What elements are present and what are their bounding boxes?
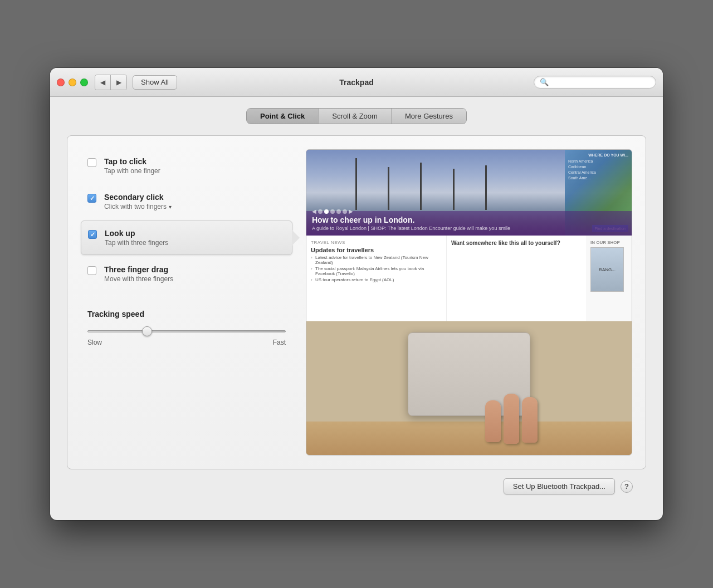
want-title: Want somewhere like this all to yourself…	[451, 240, 582, 246]
preview-area: WHERE DO YOU WI... North America Caribbe…	[306, 149, 632, 455]
tracking-title: Tracking speed	[87, 310, 286, 318]
tap-to-click-desc: Tap with one finger	[104, 167, 160, 175]
news-item-3: US tour operators return to Egypt (AOL)	[311, 277, 442, 282]
map-legend-2: Caribbean	[568, 165, 628, 169]
browser-preview: WHERE DO YOU WI... North America Caribbe…	[306, 150, 632, 455]
tab-more-gestures[interactable]: More Gestures	[392, 109, 466, 124]
slider-background	[87, 330, 286, 332]
browser-headline: How to cheer up in London.	[312, 215, 626, 224]
crane-3	[420, 163, 422, 210]
page-dot-3	[330, 209, 335, 214]
fingers	[485, 400, 538, 444]
tap-to-click-checkbox[interactable]	[87, 158, 96, 167]
map-title: WHERE DO YOU WI...	[588, 153, 628, 157]
tracking-slider-thumb[interactable]	[142, 326, 152, 336]
slider-labels: Slow Fast	[87, 339, 286, 346]
window-title: Trackpad	[339, 78, 373, 87]
minimize-button[interactable]	[69, 79, 76, 86]
help-button[interactable]: ?	[621, 481, 633, 493]
slider-slow-label: Slow	[87, 339, 102, 346]
secondary-click-checkbox[interactable]	[87, 194, 96, 203]
slider-container: Slow Fast	[87, 326, 286, 346]
three-finger-drag-option: Three finger drag Move with three finger…	[81, 257, 292, 291]
nav-buttons: ◀ ▶	[95, 75, 127, 90]
browser-subline: A guide to Royal London | SHOP: The late…	[312, 226, 626, 231]
tab-bar: Point & Click Scroll & Zoom More Gesture…	[67, 108, 646, 124]
look-up-checkbox[interactable]	[88, 230, 97, 239]
browser-overlay: How to cheer up in London. A guide to Ro…	[306, 211, 632, 236]
maximize-button[interactable]	[80, 79, 88, 86]
bottom-bar: Set Up Bluetooth Trackpad... ?	[67, 469, 646, 503]
browser-top-image: WHERE DO YOU WI... North America Caribbe…	[306, 150, 632, 236]
map-legend-3: Central America	[568, 170, 628, 174]
secondary-click-dropdown[interactable]: ▾	[169, 204, 172, 210]
browser-want: Want somewhere like this all to yourself…	[447, 236, 587, 321]
shop-label: IN OUR SHOP	[590, 240, 628, 245]
look-up-title: Look up	[105, 229, 168, 238]
crane-1	[355, 158, 357, 209]
setup-bluetooth-button[interactable]: Set Up Bluetooth Trackpad...	[504, 478, 615, 494]
finger-2	[504, 394, 519, 444]
map-legend-1: North America	[568, 159, 628, 163]
tap-to-click-text: Tap to click Tap with one finger	[104, 157, 160, 175]
look-up-text: Look up Tap with three fingers	[105, 229, 168, 247]
search-icon: 🔍	[540, 78, 549, 86]
browser-news: TRAVEL NEWS Updates for travellers Lates…	[306, 236, 447, 321]
pagination: ◀ ▶	[312, 208, 353, 214]
news-item-2: The social passport: Malaysia Airlines l…	[311, 266, 442, 276]
look-up-desc: Tap with three fingers	[105, 239, 168, 247]
map-legend-4: South Ame...	[568, 176, 628, 180]
slider-fast-label: Fast	[273, 339, 286, 346]
page-dot-5	[343, 209, 347, 214]
system-preferences-window: ◀ ▶ Show All Trackpad 🔍 Point & Click Sc…	[50, 68, 663, 520]
look-up-option: Look up Tap with three fingers	[81, 220, 292, 255]
close-button[interactable]	[57, 79, 65, 86]
secondary-click-text: Secondary click Click with two fingers ▾	[104, 193, 172, 210]
news-updates-title: Updates for travellers	[311, 247, 442, 253]
browser-shop: IN OUR SHOP RANG...	[587, 236, 632, 321]
news-tag: TRAVEL NEWS	[311, 240, 442, 245]
page-dot-1	[318, 209, 323, 214]
show-all-button[interactable]: Show All	[133, 75, 177, 90]
wood-surface	[306, 422, 632, 455]
crane-5	[485, 165, 487, 210]
shop-book-title: RANG...	[598, 266, 617, 273]
secondary-click-desc: Click with two fingers ▾	[104, 203, 172, 210]
titlebar: ◀ ▶ Show All Trackpad 🔍	[50, 68, 663, 97]
tab-scroll-zoom[interactable]: Scroll & Zoom	[319, 109, 392, 124]
page-dot-4	[336, 209, 341, 214]
trackpad-demo	[306, 321, 632, 455]
tracking-slider-track	[87, 326, 286, 336]
three-finger-drag-checkbox[interactable]	[87, 266, 96, 275]
prev-arrow[interactable]: ◀	[312, 208, 316, 214]
main-panel: Tap to click Tap with one finger Seconda…	[67, 135, 646, 469]
three-finger-drag-text: Three finger drag Move with three finger…	[104, 265, 173, 283]
tab-point-click[interactable]: Point & Click	[247, 109, 319, 124]
tap-to-click-option: Tap to click Tap with one finger	[81, 149, 292, 183]
secondary-click-option: Secondary click Click with two fingers ▾	[81, 185, 292, 218]
browser-bottom: TRAVEL NEWS Updates for travellers Lates…	[306, 236, 632, 321]
search-input[interactable]	[551, 78, 650, 86]
next-arrow[interactable]: ▶	[349, 208, 353, 214]
tracking-section: Tracking speed Slow Fast	[81, 310, 292, 346]
finger-3	[522, 397, 538, 443]
three-finger-drag-desc: Move with three fingers	[104, 275, 173, 283]
traffic-lights	[57, 79, 88, 86]
search-box: 🔍	[534, 76, 656, 89]
three-finger-drag-title: Three finger drag	[104, 265, 173, 274]
map-legend: North America Caribbean Central America …	[568, 159, 628, 180]
news-item-1: Latest advice for travellers to New Zeal…	[311, 255, 442, 265]
content-area: Point & Click Scroll & Zoom More Gesture…	[50, 97, 663, 520]
crane-2	[388, 167, 389, 210]
options-panel: Tap to click Tap with one finger Seconda…	[81, 149, 292, 455]
trackpad-demo-area	[306, 321, 632, 455]
shop-book-cover: RANG...	[590, 247, 624, 292]
finger-1	[485, 400, 501, 442]
back-button[interactable]: ◀	[95, 75, 111, 90]
tab-group: Point & Click Scroll & Zoom More Gesture…	[246, 108, 467, 124]
crane-4	[453, 169, 455, 210]
secondary-click-title: Secondary click	[104, 193, 172, 202]
forward-button[interactable]: ▶	[111, 75, 126, 90]
page-dot-2	[324, 209, 329, 214]
tap-to-click-title: Tap to click	[104, 157, 160, 166]
